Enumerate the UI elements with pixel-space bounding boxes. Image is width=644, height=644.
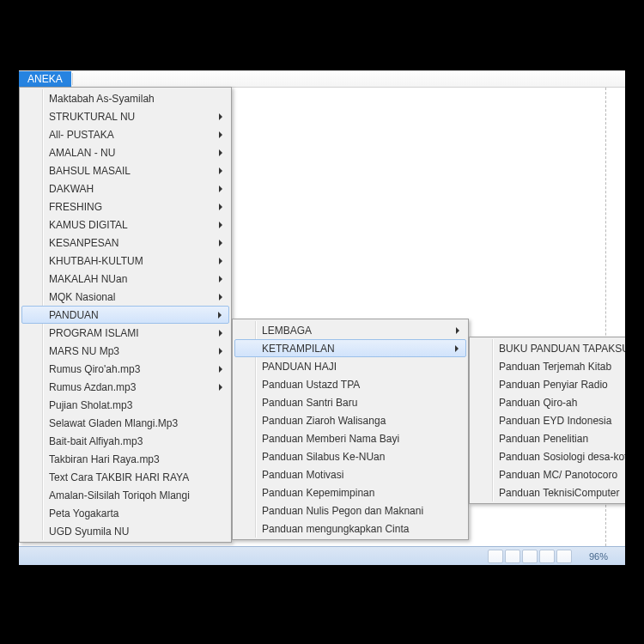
chevron-right-icon	[219, 240, 222, 246]
menu-item[interactable]: Panduan MC/ Panotocoro	[471, 465, 625, 483]
chevron-right-icon	[455, 345, 459, 352]
menu-item[interactable]: STRUKTURAL NU	[21, 107, 229, 125]
menu-item[interactable]: Panduan Nulis Pegon dan Maknani	[234, 501, 466, 519]
menu-item[interactable]: UGD Syumila NU	[21, 522, 229, 540]
menubar-item-aneka[interactable]: ANEKA	[19, 71, 71, 87]
chevron-right-icon	[219, 131, 222, 138]
menu-item-label: Rumus Azdan.mp3	[49, 381, 136, 393]
menu-item[interactable]: Panduan Ziaroh Walisanga	[234, 411, 466, 429]
menu-item-label: LEMBAGA	[262, 325, 312, 337]
menu-item-label: Panduan EYD Indonesia	[499, 415, 611, 427]
menu-item-label: Text Cara TAKBIR HARI RAYA	[49, 471, 189, 483]
menu-item[interactable]: Maktabah As-Syamilah	[21, 89, 229, 107]
menu-item[interactable]: PANDUAN HAJI	[234, 357, 466, 375]
submenu-ketrampilan: BUKU PANDUAN TAPAKSUCIPanduan Terjemah K…	[469, 337, 625, 504]
menu-item-label: DAKWAH	[49, 183, 94, 195]
menu-item[interactable]: FRESHING	[21, 197, 229, 216]
menu-item-label: PROGRAM ISLAMI	[49, 327, 139, 339]
menu-item[interactable]: MQK Nasional	[21, 288, 229, 306]
menu-item[interactable]: KAMUS DIGITAL	[21, 216, 229, 234]
menu-item[interactable]: Panduan EYD Indonesia	[471, 411, 625, 429]
chevron-right-icon	[219, 113, 222, 120]
menu-item[interactable]: Panduan Ustazd TPA	[234, 375, 466, 393]
menu-item[interactable]: Rumus Azdan.mp3	[21, 378, 229, 396]
menu-item-label: PANDUAN HAJI	[262, 361, 337, 373]
menu-item-label: Panduan Memberi Nama Bayi	[262, 433, 399, 445]
chevron-right-icon	[219, 258, 222, 264]
menu-item-label: AMALAN - NU	[49, 147, 115, 159]
menu-item-label: Selawat Gladen Mlangi.Mp3	[49, 417, 178, 429]
chevron-right-icon	[456, 327, 459, 334]
menu-item[interactable]: Rumus Qiro'ah.mp3	[21, 360, 229, 378]
dropdown-menu-aneka: Maktabah As-SyamilahSTRUKTURAL NUAll- PU…	[19, 87, 232, 543]
menu-item[interactable]: Peta Yogakarta	[21, 504, 229, 522]
menu-item[interactable]: Bait-bait Alfiyah.mp3	[21, 432, 229, 450]
menu-item[interactable]: All- PUSTAKA	[21, 125, 229, 143]
menu-item[interactable]: KESANPESAN	[21, 234, 229, 252]
view-button-5[interactable]	[556, 550, 572, 563]
menu-item-label: Bait-bait Alfiyah.mp3	[49, 435, 143, 447]
menu-item-label: Panduan Kepemimpinan	[262, 487, 374, 499]
menu-item-label: Panduan TeknisiComputer	[499, 487, 620, 499]
menu-item[interactable]: PROGRAM ISLAMI	[21, 324, 229, 342]
chevron-right-icon	[219, 149, 222, 156]
menu-item[interactable]: Panduan Motivasi	[234, 465, 466, 483]
menu-item-label: MAKALAH NUan	[49, 273, 127, 285]
view-button-1[interactable]	[488, 550, 503, 563]
menu-item-label: Amalan-Silsilah Toriqoh Mlangi	[49, 489, 190, 501]
menu-item-label: Panduan Santri Baru	[262, 397, 357, 409]
menu-item[interactable]: Panduan Santri Baru	[234, 393, 466, 411]
menu-item[interactable]: LEMBAGA	[234, 321, 466, 339]
menu-item-label: Panduan Nulis Pegon dan Maknani	[262, 505, 423, 517]
menu-item-label: BUKU PANDUAN TAPAKSUCI	[499, 343, 625, 355]
menu-item-label: Panduan Qiro-ah	[499, 397, 577, 409]
view-button-4[interactable]	[539, 550, 555, 563]
chevron-right-icon	[219, 366, 222, 373]
chevron-right-icon	[219, 185, 222, 192]
menu-item[interactable]: BAHSUL MASAIL	[21, 161, 229, 179]
menu-item[interactable]: MAKALAH NUan	[21, 270, 229, 288]
menu-item[interactable]: Panduan Kepemimpinan	[234, 483, 466, 501]
menu-item-label: KESANPESAN	[49, 237, 118, 249]
menu-item[interactable]: PANDUAN	[21, 306, 229, 324]
menu-item[interactable]: MARS NU Mp3	[21, 342, 229, 360]
chevron-right-icon	[219, 294, 222, 301]
menu-item[interactable]: BUKU PANDUAN TAPAKSUCI	[471, 339, 625, 357]
chevron-right-icon	[219, 384, 222, 391]
menu-item[interactable]: Selawat Gladen Mlangi.Mp3	[21, 414, 229, 432]
menu-item[interactable]: Takbiran Hari Raya.mp3	[21, 450, 229, 468]
menu-item[interactable]: Panduan Terjemah Kitab	[471, 357, 625, 375]
menu-item-label: KETRAMPILAN	[262, 343, 335, 355]
menu-item[interactable]: KHUTBAH-KULTUM	[21, 252, 229, 270]
menu-item[interactable]: Panduan Sosiologi desa-kota	[471, 447, 625, 465]
menu-item[interactable]: Panduan Qiro-ah	[471, 393, 625, 411]
menu-item[interactable]: Panduan mengungkapkan Cinta	[234, 519, 466, 538]
zoom-level[interactable]: 96%	[589, 551, 608, 562]
menu-item[interactable]: Panduan Silabus Ke-NUan	[234, 447, 466, 465]
menu-item-label: Pujian Sholat.mp3	[49, 399, 132, 411]
menu-item[interactable]: Pujian Sholat.mp3	[21, 396, 229, 414]
menu-item[interactable]: Panduan Memberi Nama Bayi	[234, 429, 466, 447]
chevron-right-icon	[219, 348, 222, 355]
app-window: ANEKA Maktabah As-SyamilahSTRUKTURAL NUA…	[19, 70, 625, 565]
menu-item-label: Maktabah As-Syamilah	[49, 93, 155, 105]
menu-item[interactable]: Amalan-Silsilah Toriqoh Mlangi	[21, 486, 229, 504]
view-button-3[interactable]	[522, 550, 538, 563]
view-button-2[interactable]	[505, 550, 520, 563]
chevron-right-icon	[218, 312, 222, 319]
menu-item[interactable]: KETRAMPILAN	[234, 339, 466, 357]
menu-item-label: KHUTBAH-KULTUM	[49, 255, 143, 267]
menu-item[interactable]: DAKWAH	[21, 179, 229, 197]
menu-item[interactable]: Panduan Penyiar Radio	[471, 375, 625, 393]
menu-item-label: FRESHING	[49, 201, 102, 213]
menu-item[interactable]: Text Cara TAKBIR HARI RAYA	[21, 468, 229, 486]
menu-item[interactable]: AMALAN - NU	[21, 143, 229, 161]
chevron-right-icon	[219, 276, 222, 283]
menu-item-label: BAHSUL MASAIL	[49, 165, 131, 177]
menu-item[interactable]: Panduan TeknisiComputer	[471, 483, 625, 501]
menu-item-label: All- PUSTAKA	[49, 129, 114, 141]
outer-frame: ANEKA Maktabah As-SyamilahSTRUKTURAL NUA…	[0, 0, 644, 644]
menu-item-label: Panduan Ustazd TPA	[262, 379, 360, 391]
menu-item-label: Panduan Ziaroh Walisanga	[262, 415, 386, 427]
menu-item[interactable]: Panduan Penelitian	[471, 429, 625, 447]
